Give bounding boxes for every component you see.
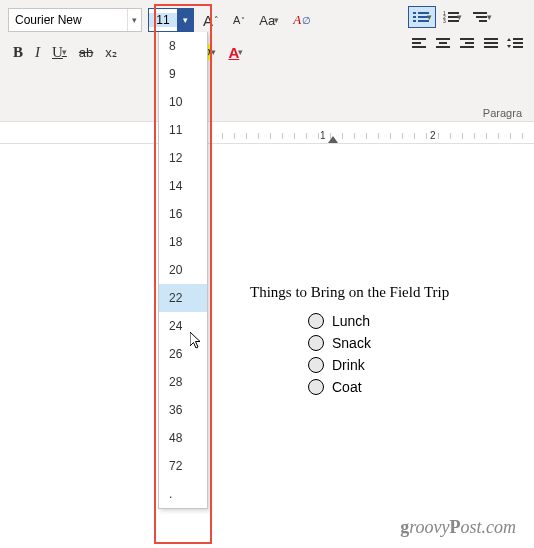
underline-button[interactable]: U▾ (47, 40, 72, 64)
font-size-value[interactable]: 11 (149, 13, 177, 27)
svg-rect-29 (513, 46, 523, 48)
circle-checkbox-icon[interactable] (308, 379, 324, 395)
size-option[interactable]: 12 (159, 144, 207, 172)
ruler-mark: 1 (320, 130, 326, 141)
font-name-value[interactable]: Courier New (9, 13, 127, 27)
align-left-button[interactable] (408, 32, 430, 54)
svg-rect-2 (413, 16, 416, 18)
svg-rect-14 (479, 20, 487, 22)
multilevel-list-button[interactable]: ▾ (468, 6, 496, 28)
svg-rect-4 (413, 20, 416, 22)
svg-rect-23 (460, 46, 474, 48)
subscript-button[interactable]: x₂ (100, 40, 122, 64)
svg-rect-15 (412, 38, 426, 40)
list-item[interactable]: Coat (308, 379, 534, 395)
svg-rect-21 (460, 38, 474, 40)
svg-rect-22 (465, 42, 474, 44)
size-option[interactable]: 36 (159, 396, 207, 424)
ruler-mark: 2 (430, 130, 436, 141)
list-item[interactable]: Lunch (308, 313, 534, 329)
cursor-icon (190, 332, 204, 350)
circle-checkbox-icon[interactable] (308, 313, 324, 329)
size-option[interactable]: 20 (159, 256, 207, 284)
bullets-button[interactable]: ▾ (408, 6, 436, 28)
size-option[interactable]: 72 (159, 452, 207, 480)
size-option[interactable]: 22 (159, 284, 207, 312)
section-label: Paragra (483, 107, 522, 119)
ruler[interactable]: 1 2 (0, 122, 534, 144)
chevron-down-icon[interactable]: ▾ (177, 9, 193, 31)
chevron-down-icon[interactable]: ▾ (127, 9, 141, 31)
svg-rect-16 (412, 42, 421, 44)
ribbon: Courier New ▾ 11 ▾ A˄ A˅ Aa▾ A∅ B I U▾ a… (0, 0, 534, 122)
svg-rect-28 (513, 42, 523, 44)
list-item[interactable]: Drink (308, 357, 534, 373)
svg-rect-13 (476, 16, 487, 18)
font-size-combo[interactable]: 11 ▾ (148, 8, 194, 32)
svg-rect-24 (484, 38, 498, 40)
align-right-button[interactable] (456, 32, 478, 54)
size-option[interactable]: 8 (159, 32, 207, 60)
grow-font-button[interactable]: A˄ (198, 8, 224, 32)
size-option[interactable]: 48 (159, 424, 207, 452)
svg-rect-27 (513, 38, 523, 40)
checklist: Lunch Snack Drink Coat (250, 313, 534, 395)
svg-rect-17 (412, 46, 426, 48)
ruler-ticks (210, 133, 534, 139)
font-color-button[interactable]: A▾ (223, 40, 248, 64)
watermark: groovyPost.com (400, 517, 516, 538)
justify-button[interactable] (480, 32, 502, 54)
strikethrough-button[interactable]: ab (74, 40, 98, 64)
list-item[interactable]: Snack (308, 335, 534, 351)
size-option[interactable]: 9 (159, 60, 207, 88)
align-center-button[interactable] (432, 32, 454, 54)
line-spacing-button[interactable] (504, 32, 526, 54)
document-title[interactable]: Things to Bring on the Field Trip (250, 284, 534, 301)
circle-checkbox-icon[interactable] (308, 335, 324, 351)
svg-rect-25 (484, 42, 498, 44)
svg-rect-0 (413, 12, 416, 14)
font-name-combo[interactable]: Courier New ▾ (8, 8, 142, 32)
font-size-dropdown[interactable]: 8 9 10 11 12 14 16 18 20 22 24 26 28 36 … (158, 32, 208, 509)
circle-checkbox-icon[interactable] (308, 357, 324, 373)
svg-rect-26 (484, 46, 498, 48)
clear-formatting-button[interactable]: A∅ (288, 8, 316, 32)
size-option[interactable]: 18 (159, 228, 207, 256)
change-case-button[interactable]: Aa▾ (254, 8, 284, 32)
svg-rect-20 (436, 46, 450, 48)
indent-marker-icon[interactable] (328, 136, 338, 143)
size-option[interactable]: 16 (159, 200, 207, 228)
shrink-font-button[interactable]: A˅ (228, 8, 250, 32)
svg-rect-19 (439, 42, 447, 44)
size-option[interactable]: 14 (159, 172, 207, 200)
paragraph-group: ▾ 123▾ ▾ (408, 6, 526, 54)
size-option[interactable]: 10 (159, 88, 207, 116)
size-option[interactable]: . (159, 480, 207, 508)
svg-rect-12 (473, 12, 487, 14)
numbering-button[interactable]: 123▾ (438, 6, 466, 28)
svg-text:3: 3 (443, 18, 446, 24)
svg-rect-18 (436, 38, 450, 40)
italic-button[interactable]: I (30, 40, 45, 64)
size-option[interactable]: 28 (159, 368, 207, 396)
size-option[interactable]: 11 (159, 116, 207, 144)
bold-button[interactable]: B (8, 40, 28, 64)
document-page[interactable]: Things to Bring on the Field Trip Lunch … (210, 144, 534, 548)
